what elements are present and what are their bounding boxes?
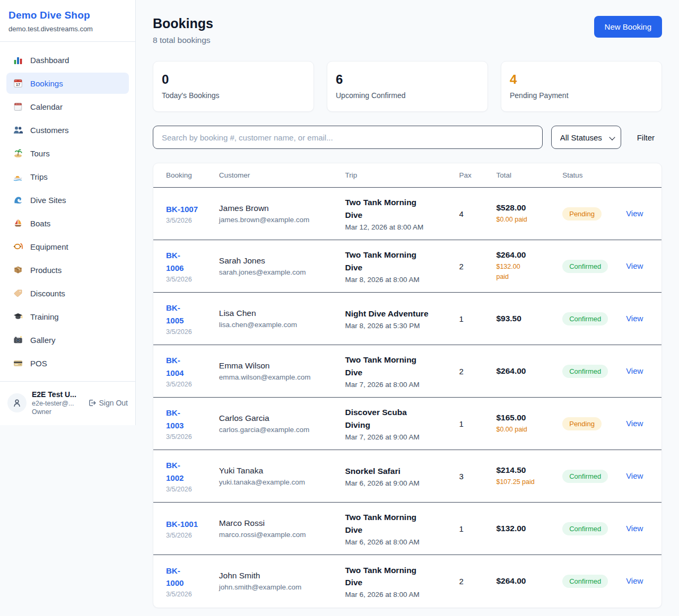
camera-icon	[13, 335, 23, 345]
column-header-status: Status	[556, 163, 620, 188]
column-header-total: Total	[490, 163, 556, 188]
user-info: E2E Test U... e2e-tester@... Owner	[32, 390, 82, 416]
booking-date: 3/5/2026	[166, 532, 206, 539]
booking-id-link[interactable]: BK-1006	[166, 249, 187, 274]
sidebar-item-customers[interactable]: Customers	[6, 119, 129, 140]
status-badge: Confirmed	[562, 260, 608, 273]
view-link[interactable]: View	[626, 314, 643, 323]
customer-name: Emma Wilson	[219, 361, 333, 371]
view-link[interactable]: View	[626, 471, 643, 480]
spiral-calendar-icon	[13, 101, 23, 112]
sidebar-item-trips[interactable]: Trips	[6, 166, 129, 187]
booking-date: 3/5/2026	[166, 276, 206, 283]
stat-card: 6 Upcoming Confirmed	[327, 61, 488, 112]
pax-count: 2	[453, 555, 490, 608]
sidebar-item-boats[interactable]: Boats	[6, 213, 129, 234]
view-link[interactable]: View	[626, 261, 643, 270]
paid-amount: $132.00 paid	[496, 262, 529, 282]
person-icon	[12, 398, 22, 408]
search-input[interactable]	[153, 126, 543, 149]
trip-datetime: Mar 7, 2026 at 9:00 AM	[345, 433, 446, 441]
trip-name: Two Tank Morning Dive	[345, 511, 431, 536]
pax-count: 1	[453, 398, 490, 450]
bookings-table: BookingCustomerTripPaxTotalStatus BK-100…	[153, 163, 661, 608]
view-link[interactable]: View	[626, 419, 643, 428]
customer-email: john.smith@example.com	[219, 583, 333, 591]
column-header-actions	[620, 163, 661, 188]
trip-name: Two Tank Morning Dive	[345, 249, 431, 274]
sidebar-item-label: Dashboard	[30, 56, 69, 65]
booking-date: 3/5/2026	[166, 486, 206, 493]
table-row: BK-1006 3/5/2026 Sarah Jones sarah.jones…	[153, 240, 661, 293]
booking-id-link[interactable]: BK-1001	[166, 518, 198, 530]
pax-count: 2	[453, 345, 490, 398]
status-badge: Pending	[562, 417, 602, 430]
booking-id-link[interactable]: BK-1000	[166, 565, 187, 589]
customer-email: sarah.jones@example.com	[219, 268, 333, 276]
booking-id-link[interactable]: BK-1004	[166, 354, 187, 379]
sidebar-nav: Dashboard 17 Bookings Calendar Customers…	[0, 42, 135, 381]
sidebar-item-label: Equipment	[30, 242, 68, 251]
logout-icon	[88, 399, 96, 407]
graduation-cap-icon	[13, 311, 23, 322]
sidebar-item-tours[interactable]: Tours	[6, 143, 129, 164]
table-row: BK-1005 3/5/2026 Lisa Chen lisa.chen@exa…	[153, 293, 661, 345]
sidebar-item-calendar[interactable]: Calendar	[6, 96, 129, 117]
pax-count: 3	[453, 450, 490, 503]
stat-card: 0 Today's Bookings	[153, 61, 314, 112]
new-booking-button[interactable]: New Booking	[594, 16, 662, 38]
sidebar-item-pos[interactable]: POS	[6, 353, 129, 374]
booking-id-link[interactable]: BK-1003	[166, 407, 187, 432]
wave-icon	[13, 195, 23, 205]
stat-card: 4 Pending Payment	[501, 61, 662, 112]
table-header: BookingCustomerTripPaxTotalStatus	[153, 163, 661, 188]
sidebar-item-dashboard[interactable]: Dashboard	[6, 49, 129, 71]
bookings-table-card: BookingCustomerTripPaxTotalStatus BK-100…	[153, 163, 662, 608]
sidebar-item-label: Boats	[30, 219, 50, 228]
sidebar-item-equipment[interactable]: Equipment	[6, 236, 129, 257]
sidebar-item-products[interactable]: Products	[6, 259, 129, 280]
sidebar-item-dive-sites[interactable]: Dive Sites	[6, 189, 129, 210]
paid-amount: $0.00 paid	[496, 215, 550, 225]
view-link[interactable]: View	[626, 576, 643, 585]
pax-count: 4	[453, 188, 490, 240]
bar-chart-icon	[13, 55, 23, 65]
sidebar-item-label: Tours	[30, 149, 50, 158]
customer-email: carlos.garcia@example.com	[219, 426, 333, 434]
customer-email: lisa.chen@example.com	[219, 321, 333, 329]
view-link[interactable]: View	[626, 209, 643, 218]
trip-datetime: Mar 6, 2026 at 8:00 AM	[345, 591, 446, 599]
booking-date: 3/5/2026	[166, 591, 206, 598]
booking-id-link[interactable]: BK-1005	[166, 302, 187, 327]
booking-id-link[interactable]: BK-1002	[166, 459, 187, 484]
booking-id-link[interactable]: BK-1007	[166, 203, 198, 215]
sidebar-item-label: Dive Sites	[30, 196, 66, 205]
view-link[interactable]: View	[626, 524, 643, 533]
status-filter-wrap: All Statuses	[551, 126, 621, 149]
sidebar-item-discounts[interactable]: Discounts	[6, 283, 129, 304]
sidebar-item-label: Calendar	[30, 102, 63, 111]
stat-value: 6	[336, 72, 479, 87]
customer-email: yuki.tanaka@example.com	[219, 478, 333, 486]
sidebar-item-label: Discounts	[30, 289, 65, 298]
sign-out-button[interactable]: Sign Out	[88, 399, 128, 407]
customer-name: Lisa Chen	[219, 309, 333, 318]
page-header: Bookings 8 total bookings New Booking	[153, 16, 662, 45]
total-amount: $214.50	[496, 465, 550, 475]
customer-name: Sarah Jones	[219, 256, 333, 266]
user-name: E2E Test U...	[32, 390, 82, 399]
customer-email: marco.rossi@example.com	[219, 531, 333, 539]
column-header-customer: Customer	[213, 163, 339, 188]
sidebar-item-training[interactable]: Training	[6, 306, 129, 327]
pax-count: 1	[453, 293, 490, 345]
toolbar: All Statuses Filter	[153, 126, 662, 149]
filter-button[interactable]: Filter	[630, 128, 662, 147]
trip-name: Two Tank Morning Dive	[345, 354, 431, 379]
status-filter-select[interactable]: All Statuses	[551, 126, 621, 149]
view-link[interactable]: View	[626, 366, 643, 375]
sidebar-item-label: Bookings	[30, 79, 63, 88]
sidebar-item-gallery[interactable]: Gallery	[6, 329, 129, 350]
package-icon	[13, 265, 23, 275]
stats-row: 0 Today's Bookings 6 Upcoming Confirmed …	[153, 61, 662, 112]
sidebar-item-bookings[interactable]: 17 Bookings	[6, 73, 129, 94]
